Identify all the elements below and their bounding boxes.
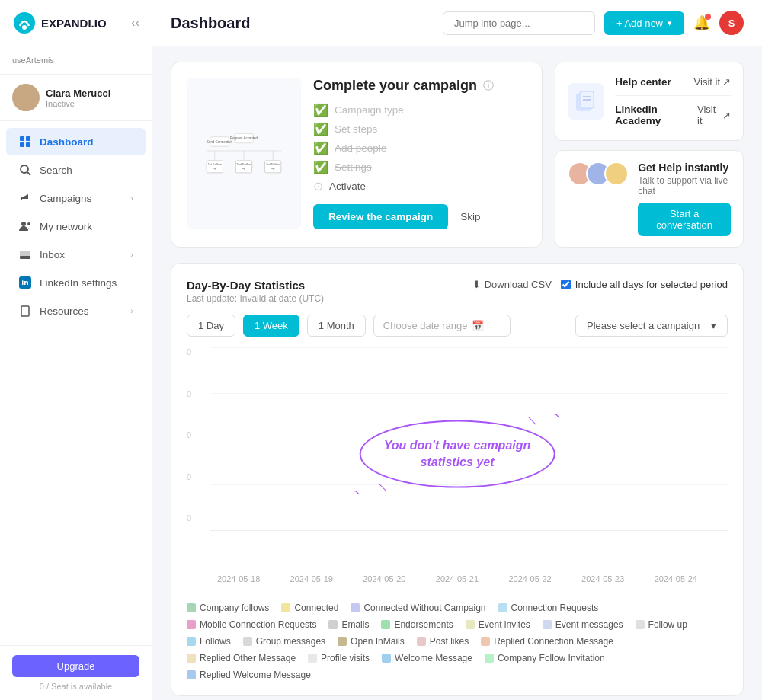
- sidebar-item-linkedin-settings[interactable]: LinkedIn settings: [6, 269, 146, 296]
- time-1day-button[interactable]: 1 Day: [187, 315, 235, 337]
- chart-area: 0 0 0 0 0 You don't have cam: [187, 347, 728, 561]
- search-input[interactable]: [443, 11, 595, 35]
- legend-label: Event messages: [555, 619, 623, 630]
- start-conversation-button[interactable]: Start a conversation: [638, 203, 731, 236]
- x-label-2: 2024-05-20: [363, 574, 405, 583]
- upgrade-button[interactable]: Upgrade: [12, 655, 139, 677]
- legend-color-dot: [498, 603, 507, 612]
- legend-color-dot: [417, 637, 426, 646]
- chart-y-labels: 0 0 0 0 0: [187, 347, 191, 530]
- sidebar-item-search[interactable]: Search: [6, 156, 146, 184]
- help-center-label: Help center: [615, 76, 671, 88]
- step-label: Campaign type: [335, 104, 404, 116]
- check-icon: ✅: [313, 160, 328, 174]
- legend-item: Follows: [187, 636, 231, 647]
- sidebar-item-resources[interactable]: Resources ›: [6, 297, 146, 324]
- legend-label: Replied Other Message: [200, 653, 296, 663]
- help-center-card: Help center Visit it ↗ LinkedIn Academy …: [555, 62, 744, 141]
- svg-rect-4: [20, 136, 24, 141]
- legend-label: Group messages: [256, 636, 325, 647]
- avatar: [12, 84, 40, 111]
- top-bar: Dashboard + Add new ▾ 🔔 S: [152, 0, 762, 46]
- legend-color-dot: [466, 620, 475, 629]
- skip-button[interactable]: Skip: [460, 211, 480, 222]
- sidebar-item-my-network[interactable]: My network: [6, 213, 146, 240]
- stats-title: Day-By-Day Statistics: [187, 279, 324, 292]
- chevron-down-icon: ▾: [711, 320, 716, 331]
- sidebar-logo-area: EXPANDI.IO ‹‹: [0, 0, 152, 46]
- linkedin-academy-visit-link[interactable]: Visit it ↗: [697, 104, 731, 126]
- svg-line-9: [27, 172, 30, 175]
- chart-x-labels: 2024-05-18 2024-05-19 2024-05-20 2024-05…: [187, 568, 728, 583]
- book-icon: [18, 304, 32, 318]
- legend-color-dot: [351, 603, 360, 612]
- linkedin-academy-label: LinkedIn Academy: [615, 104, 697, 126]
- sidebar-item-label: Resources: [40, 305, 123, 317]
- include-all-days-checkbox[interactable]: Include all days for selected period: [561, 279, 728, 290]
- legend-color-dot: [187, 637, 196, 646]
- legend-color-dot: [187, 670, 196, 679]
- campaign-illustration: Send Connection Request Accepted 1st Fol…: [187, 78, 301, 229]
- legend-label: Follow up: [648, 619, 687, 630]
- svg-rect-6: [20, 142, 24, 147]
- legend-label: Profile visits: [321, 653, 370, 663]
- sidebar-item-label: LinkedIn settings: [40, 277, 133, 289]
- step-item-0: ✅ Campaign type: [313, 103, 527, 117]
- calendar-icon: 📅: [472, 320, 484, 331]
- info-icon[interactable]: ⓘ: [483, 79, 494, 93]
- svg-rect-7: [26, 142, 30, 147]
- chevron-down-icon: ▾: [668, 18, 672, 28]
- svg-point-2: [20, 88, 32, 101]
- legend-label: Connected: [294, 603, 338, 613]
- campaign-steps: Complete your campaign ⓘ ✅ Campaign type…: [313, 78, 527, 229]
- legend-label: Replied Connection Message: [494, 636, 613, 647]
- review-campaign-button[interactable]: Review the campaign: [313, 204, 448, 229]
- legend-item: Replied Connection Message: [481, 636, 613, 647]
- time-1month-button[interactable]: 1 Month: [307, 315, 366, 337]
- step-item-1: ✅ Set steps: [313, 122, 527, 136]
- support-avatar-3: [604, 161, 629, 186]
- top-bar-right: + Add new ▾ 🔔 S: [443, 11, 744, 35]
- user-status: Inactive: [46, 99, 110, 108]
- legend-color-dot: [328, 620, 338, 629]
- campaign-select-dropdown[interactable]: Please select a campaign ▾: [575, 315, 728, 337]
- legend-color-dot: [338, 637, 347, 646]
- legend-item: Connection Requests: [498, 603, 599, 613]
- help-center-visit-link[interactable]: Visit it ↗: [694, 76, 731, 88]
- legend-color-dot: [481, 637, 490, 646]
- add-new-button[interactable]: + Add new ▾: [604, 11, 684, 35]
- collapse-sidebar-button[interactable]: ‹‹: [131, 16, 139, 30]
- sidebar-item-label: Search: [40, 165, 133, 176]
- legend-color-dot: [243, 637, 252, 646]
- user-profile-area[interactable]: Clara Merucci Inactive: [0, 75, 152, 121]
- get-help-subtitle: Talk to support via live chat: [638, 175, 731, 197]
- workspace-label: useArtemis: [12, 56, 54, 65]
- legend-color-dot: [187, 603, 196, 612]
- sidebar-item-dashboard[interactable]: Dashboard: [6, 128, 146, 155]
- chart-legend: Company followsConnectedConnected Withou…: [187, 593, 728, 680]
- legend-item: Replied Welcome Message: [187, 670, 311, 680]
- notifications-button[interactable]: 🔔: [693, 14, 710, 31]
- legend-item: Company Follow Invitation: [485, 653, 605, 663]
- legend-item: Event messages: [543, 619, 623, 630]
- step-label: Set steps: [335, 123, 377, 135]
- user-name: Clara Merucci: [46, 88, 110, 99]
- download-csv-button[interactable]: ⬇ Download CSV: [472, 279, 552, 290]
- date-range-picker[interactable]: Choose date range 📅: [373, 315, 511, 337]
- support-avatars: [568, 161, 629, 186]
- sidebar-item-label: Dashboard: [40, 136, 133, 148]
- download-icon: ⬇: [472, 279, 481, 290]
- sidebar-item-inbox[interactable]: Inbox ›: [6, 241, 146, 268]
- inbox-icon: [18, 248, 32, 261]
- sidebar-item-campaigns[interactable]: Campaigns ›: [6, 184, 146, 212]
- legend-label: Company follows: [200, 603, 269, 613]
- x-label-4: 2024-05-22: [508, 574, 551, 583]
- legend-label: Emails: [341, 619, 369, 630]
- time-1week-button[interactable]: 1 Week: [243, 315, 299, 337]
- svg-point-0: [14, 12, 35, 34]
- user-avatar-top[interactable]: S: [719, 11, 744, 35]
- campaign-actions: Review the campaign Skip: [313, 204, 527, 229]
- step-item-3: ✅ Settings: [313, 160, 527, 174]
- legend-label: Company Follow Invitation: [498, 653, 605, 663]
- legend-label: Follows: [200, 636, 231, 647]
